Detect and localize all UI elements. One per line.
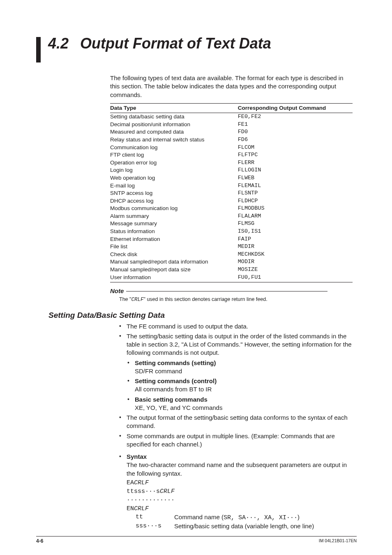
sub-bullet-list: Setting commands (setting) SD/FR command…	[127, 359, 353, 412]
list-item: Some commands are output in multiple lin…	[118, 432, 353, 449]
list-item: The output format of the setting/basic s…	[118, 414, 353, 430]
page-number: 4-6	[36, 538, 43, 544]
table-row: Manual sampled/report data informationMO…	[110, 258, 353, 266]
table-row: Manual sampled/report data sizeMOSIZE	[110, 266, 353, 274]
table-row: Ethernet informationFAIP	[110, 235, 353, 243]
table-row: Measured and computed dataFD0	[110, 128, 353, 136]
list-item: Basic setting commands XE, YO, YE, and Y…	[127, 395, 353, 412]
note-label: Note	[110, 287, 124, 295]
list-item: Setting commands (control) All commands …	[127, 377, 353, 394]
intro-paragraph: The following types of text data are ava…	[110, 74, 353, 99]
table-row: E-mail logFLEMAIL	[110, 182, 353, 190]
data-type-table: Data Type Corresponding Output Command S…	[110, 103, 353, 282]
heading-accent-bar	[36, 37, 41, 62]
table-row: Check diskMECHKDSK	[110, 251, 353, 259]
table-row: Alarm summaryFLALARM	[110, 213, 353, 220]
table-row: Message summaryFLMSG	[110, 220, 353, 228]
note-rule	[126, 291, 327, 291]
section-title: Output Format of Text Data	[80, 36, 271, 51]
table-row: File listMEDIR	[110, 243, 353, 251]
table-row: Modbus communication logFLMODBUS	[110, 205, 353, 213]
table-row: Decimal position/unit informationFE1	[110, 121, 353, 129]
doc-id: IM 04L21B01-17EN	[319, 538, 357, 544]
table-header: Data Type	[110, 103, 238, 113]
table-header: Corresponding Output Command	[238, 103, 353, 113]
section-heading: 4.2 Output Format of Text Data	[36, 36, 357, 62]
table-row: DHCP access logFLDHCP	[110, 197, 353, 205]
table-row: Setting data/basic setting dataFE0,FE2	[110, 113, 353, 120]
table-row: FTP client logFLFTPC	[110, 151, 353, 159]
page-footer: 4-6 IM 04L21B01-17EN	[36, 536, 357, 544]
table-row: Web operation logFLWEB	[110, 174, 353, 182]
code-block: EACRLF ttsss···sCRLF ············· ENCRL…	[127, 479, 353, 513]
table-row: Communication logFLCOM	[110, 143, 353, 151]
table-row: Operation error logFLERR	[110, 159, 353, 167]
definition-list: tt Command name (SR, SA···, XA, XI···) s…	[136, 513, 353, 531]
table-row: Login logFLLOGIN	[110, 166, 353, 174]
list-item: Syntax The two-character command name an…	[118, 453, 353, 530]
note-text: The "CRLF" used in this section denotes …	[119, 296, 353, 303]
table-row: Relay status and internal switch statusF…	[110, 136, 353, 144]
list-item: The FE command is used to output the dat…	[118, 322, 353, 331]
subsection-heading: Setting Data/Basic Setting Data	[48, 310, 357, 321]
table-row: Status informationIS0,IS1	[110, 228, 353, 236]
table-row: User informationFU0,FU1	[110, 273, 353, 282]
list-item: Setting commands (setting) SD/FR command	[127, 359, 353, 376]
section-number: 4.2	[48, 36, 69, 51]
bullet-list: The FE command is used to output the dat…	[118, 322, 353, 531]
definition-row: tt Command name (SR, SA···, XA, XI···)	[136, 513, 353, 522]
note-block: Note The "CRLF" used in this section den…	[110, 287, 353, 303]
definition-row: sss···s Setting/basic setting data (vari…	[136, 522, 353, 530]
list-item: The setting/basic setting data is output…	[118, 332, 353, 412]
table-row: SNTP access logFLSNTP	[110, 190, 353, 197]
